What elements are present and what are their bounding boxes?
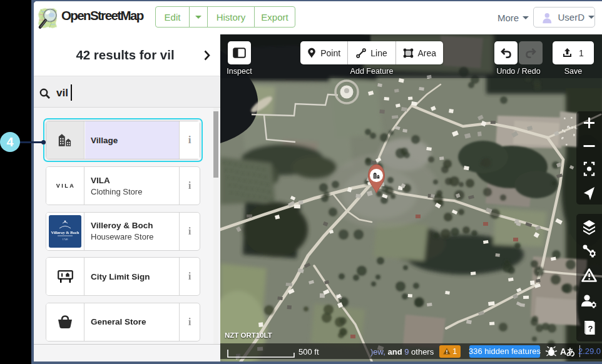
svg-text:1748: 1748 <box>63 238 69 241</box>
svg-text:Villeroy & Boch: Villeroy & Boch <box>51 230 79 235</box>
svg-text:?: ? <box>588 324 593 333</box>
